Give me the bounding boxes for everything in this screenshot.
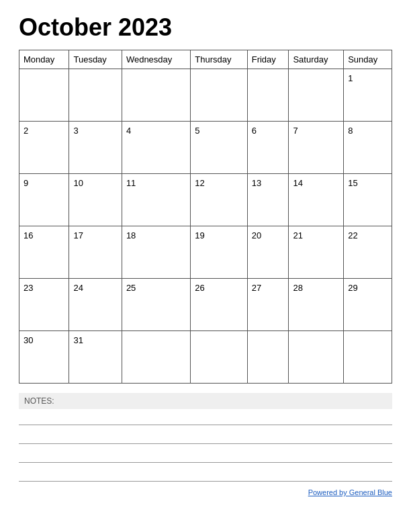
calendar-day-cell: 27 (247, 279, 289, 331)
day-number: 19 (195, 230, 242, 240)
day-number: 23 (24, 283, 64, 293)
calendar-day-cell: 29 (344, 279, 392, 331)
calendar-day-cell: 7 (289, 122, 344, 174)
calendar-day-cell (191, 69, 247, 122)
day-number: 1 (348, 73, 387, 83)
day-number: 21 (293, 230, 339, 240)
calendar-header-cell: Sunday (344, 50, 392, 69)
calendar-day-cell: 30 (19, 331, 69, 384)
calendar-day-cell (247, 331, 289, 384)
calendar-day-cell: 4 (122, 122, 190, 174)
calendar-day-cell: 21 (289, 226, 344, 279)
notes-line-2 (19, 432, 392, 444)
calendar-day-cell: 24 (69, 279, 122, 331)
calendar-header-cell: Friday (247, 50, 289, 69)
calendar-day-cell: 25 (122, 279, 190, 331)
day-number: 8 (348, 126, 387, 136)
day-number: 9 (24, 178, 64, 188)
day-number: 29 (348, 283, 387, 293)
day-number: 5 (195, 126, 242, 136)
calendar-week-row: 16171819202122 (19, 226, 392, 279)
calendar-day-cell: 2 (19, 122, 69, 174)
footer-link[interactable]: Powered by General Blue (308, 488, 392, 496)
day-number: 15 (348, 178, 387, 188)
calendar-table: MondayTuesdayWednesdayThursdayFridaySatu… (19, 50, 392, 384)
day-number: 13 (252, 178, 285, 188)
calendar-day-cell: 22 (344, 226, 392, 279)
calendar-day-cell: 15 (344, 174, 392, 226)
day-number: 24 (73, 283, 117, 293)
calendar-day-cell: 23 (19, 279, 69, 331)
calendar-day-cell (191, 331, 247, 384)
calendar-header-cell: Thursday (191, 50, 247, 69)
calendar-day-cell: 20 (247, 226, 289, 279)
calendar-day-cell: 14 (289, 174, 344, 226)
calendar-week-row: 3031 (19, 331, 392, 384)
day-number: 12 (195, 178, 242, 188)
calendar-day-cell: 3 (69, 122, 122, 174)
day-number: 20 (252, 230, 285, 240)
calendar-day-cell: 28 (289, 279, 344, 331)
notes-label: NOTES: (19, 393, 392, 409)
calendar-day-cell: 6 (247, 122, 289, 174)
day-number: 16 (24, 230, 64, 240)
page-title: October 2023 (19, 13, 392, 42)
calendar-day-cell (289, 69, 344, 122)
calendar-day-cell: 17 (69, 226, 122, 279)
calendar-day-cell: 16 (19, 226, 69, 279)
day-number: 6 (252, 126, 285, 136)
notes-section: NOTES: (19, 393, 392, 482)
calendar-body: 1234567891011121314151617181920212223242… (19, 69, 392, 384)
day-number: 11 (126, 178, 186, 188)
calendar-day-cell (289, 331, 344, 384)
notes-line-3 (19, 451, 392, 463)
day-number: 31 (73, 335, 117, 345)
calendar-day-cell: 1 (344, 69, 392, 122)
calendar-day-cell: 12 (191, 174, 247, 226)
calendar-header-cell: Monday (19, 50, 69, 69)
notes-line-1 (19, 413, 392, 425)
notes-line-4 (19, 470, 392, 482)
day-number: 3 (73, 126, 117, 136)
calendar-day-cell: 18 (122, 226, 190, 279)
day-number: 25 (126, 283, 186, 293)
calendar-week-row: 1 (19, 69, 392, 122)
day-number: 28 (293, 283, 339, 293)
calendar-week-row: 9101112131415 (19, 174, 392, 226)
day-number: 10 (73, 178, 117, 188)
calendar-day-cell: 31 (69, 331, 122, 384)
calendar-day-cell: 13 (247, 174, 289, 226)
day-number: 26 (195, 283, 242, 293)
day-number: 4 (126, 126, 186, 136)
calendar-day-cell: 5 (191, 122, 247, 174)
day-number: 30 (24, 335, 64, 345)
calendar-day-cell: 19 (191, 226, 247, 279)
calendar-header-cell: Saturday (289, 50, 344, 69)
calendar-day-cell: 10 (69, 174, 122, 226)
day-number: 18 (126, 230, 186, 240)
calendar-day-cell (122, 331, 190, 384)
calendar-week-row: 23242526272829 (19, 279, 392, 331)
calendar-day-cell (69, 69, 122, 122)
day-number: 2 (24, 126, 64, 136)
calendar-header-cell: Wednesday (122, 50, 190, 69)
calendar-day-cell (19, 69, 69, 122)
day-number: 14 (293, 178, 339, 188)
calendar-day-cell (122, 69, 190, 122)
calendar-header-cell: Tuesday (69, 50, 122, 69)
footer: Powered by General Blue (19, 488, 392, 496)
calendar-day-cell: 11 (122, 174, 190, 226)
calendar-day-cell (247, 69, 289, 122)
day-number: 17 (73, 230, 117, 240)
calendar-day-cell: 26 (191, 279, 247, 331)
day-number: 22 (348, 230, 387, 240)
calendar-day-cell (344, 331, 392, 384)
calendar-header-row: MondayTuesdayWednesdayThursdayFridaySatu… (19, 50, 392, 69)
day-number: 27 (252, 283, 285, 293)
calendar-day-cell: 9 (19, 174, 69, 226)
calendar-day-cell: 8 (344, 122, 392, 174)
day-number: 7 (293, 126, 339, 136)
calendar-week-row: 2345678 (19, 122, 392, 174)
